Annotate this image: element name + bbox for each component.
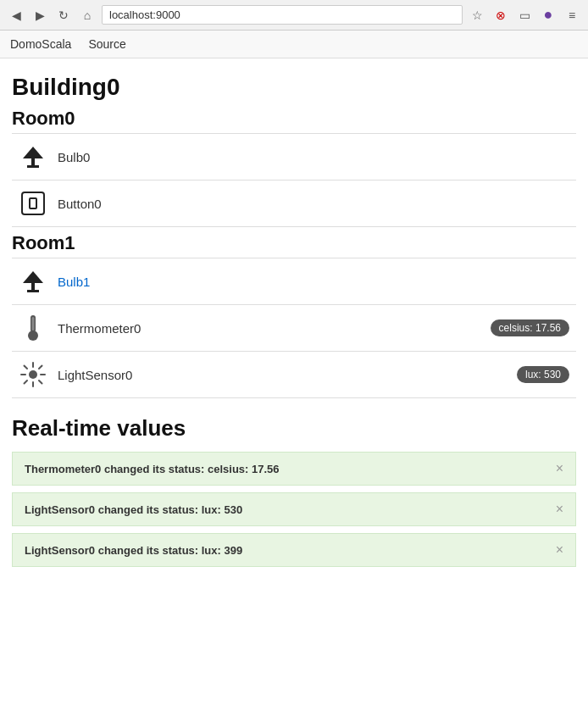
alert-0: Thermometer0 changed its status: celsius… [12,452,576,486]
alert-1-close[interactable]: × [556,502,563,517]
window-icon[interactable]: ▭ [515,6,534,25]
thermometer-icon [19,314,47,342]
app-nav: DomoScala Source [0,31,588,58]
avatar-icon[interactable]: ● [539,6,557,25]
url-text: localhost:9000 [109,8,455,21]
device-name-button0: Button0 [58,197,569,211]
device-name-lightsensor0: LightSensor0 [58,368,507,382]
alert-1-text: LightSensor0 changed its status: lux: 53… [25,503,242,516]
alert-0-text: Thermometer0 changed its status: celsius… [25,463,280,475]
lightsensor-icon [19,360,47,389]
device-thermometer0: Thermometer0 celsius: 17.56 [12,305,576,352]
device-button0: Button0 [12,181,576,227]
main-content: Building0 Room0 Bulb0 Button0 Room1 [0,58,588,582]
bulb-icon [19,142,47,171]
stop-icon[interactable]: ⊗ [491,6,510,25]
device-bulb1: Bulb1 [12,258,576,305]
thermometer0-value: celsius: 17.56 [491,319,569,336]
alert-2-text: LightSensor0 changed its status: lux: 39… [25,544,242,557]
device-name-bulb1[interactable]: Bulb1 [58,275,569,289]
device-name-thermometer0: Thermometer0 [58,321,480,336]
svg-point-1 [28,331,38,341]
button-device-icon [19,189,47,218]
svg-line-11 [25,380,28,384]
building-title: Building0 [12,74,576,101]
device-bulb0: Bulb0 [12,134,576,181]
room1-title: Room1 [12,232,576,254]
alert-2-close[interactable]: × [556,542,563,558]
realtime-title: Real-time values [12,415,576,442]
lightsensor0-value: lux: 530 [517,366,569,383]
svg-line-9 [39,380,42,384]
home-button[interactable]: ⌂ [78,6,97,25]
device-lightsensor0: LightSensor0 lux: 530 [12,352,576,398]
reload-button[interactable]: ↻ [54,6,73,25]
alert-2: LightSensor0 changed its status: lux: 39… [12,533,576,567]
alert-0-close[interactable]: × [556,461,563,476]
device-name-bulb0: Bulb0 [58,150,569,164]
toolbar-icons: ☆ ⊗ ▭ ● ≡ [468,6,581,25]
room1-device-list: Bulb1 Thermometer0 celsius: 17.56 [12,258,576,398]
back-button[interactable]: ◀ [7,6,25,25]
bookmark-icon[interactable]: ☆ [468,6,486,25]
svg-rect-2 [32,317,35,331]
address-bar[interactable]: localhost:9000 [102,5,463,25]
nav-source[interactable]: Source [88,37,125,51]
bulb1-link[interactable]: Bulb1 [58,275,90,289]
nav-domoscala[interactable]: DomoScala [10,37,71,51]
bulb1-icon [19,267,47,296]
browser-chrome: ◀ ▶ ↻ ⌂ localhost:9000 ☆ ⊗ ▭ ● ≡ [0,0,588,31]
browser-toolbar: ◀ ▶ ↻ ⌂ localhost:9000 ☆ ⊗ ▭ ● ≡ [0,0,588,30]
forward-button[interactable]: ▶ [31,6,49,25]
svg-line-8 [25,366,28,369]
room0-title: Room0 [12,108,576,130]
svg-point-3 [29,370,37,379]
svg-line-10 [39,366,42,369]
room0-device-list: Bulb0 Button0 [12,133,576,227]
menu-icon[interactable]: ≡ [563,6,581,25]
alert-1: LightSensor0 changed its status: lux: 53… [12,492,576,526]
realtime-section: Real-time values Thermometer0 changed it… [12,415,576,567]
